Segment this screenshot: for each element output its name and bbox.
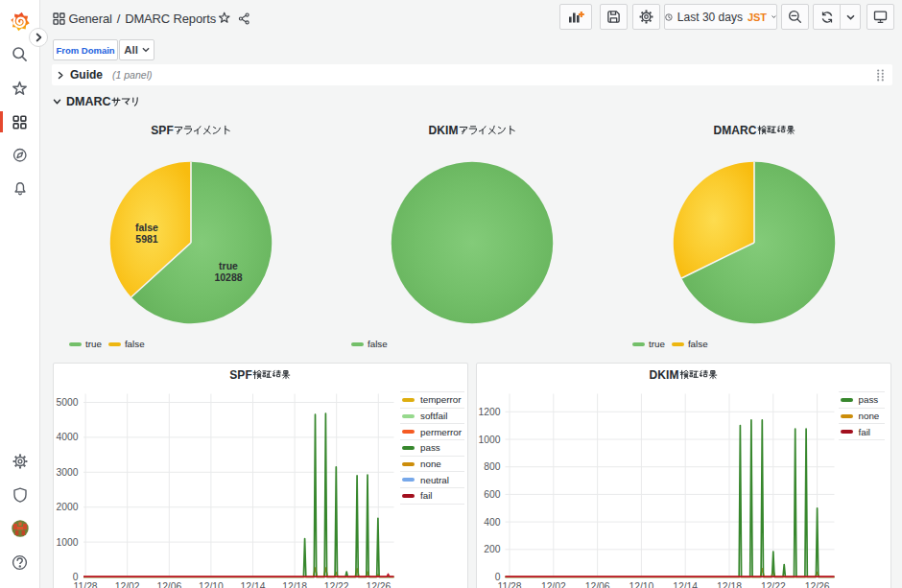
svg-text:400: 400 xyxy=(484,516,500,527)
svg-text:12/22: 12/22 xyxy=(323,580,348,588)
svg-text:12/02: 12/02 xyxy=(540,580,565,588)
svg-text:11/28: 11/28 xyxy=(73,580,97,588)
svg-text:600: 600 xyxy=(484,488,500,499)
svg-text:12/22: 12/22 xyxy=(760,580,785,588)
svg-text:3000: 3000 xyxy=(56,466,78,477)
svg-text:12/06: 12/06 xyxy=(584,580,609,588)
svg-text:1000: 1000 xyxy=(478,434,500,444)
svg-text:12/18: 12/18 xyxy=(717,580,742,588)
svg-text:2000: 2000 xyxy=(56,502,78,512)
svg-text:12/02: 12/02 xyxy=(114,580,139,588)
svg-text:800: 800 xyxy=(484,461,500,472)
svg-text:12/10: 12/10 xyxy=(629,580,653,588)
svg-text:12/06: 12/06 xyxy=(156,580,181,588)
svg-text:12/26: 12/26 xyxy=(366,580,391,588)
svg-text:12/14: 12/14 xyxy=(673,580,698,588)
svg-text:1000: 1000 xyxy=(56,536,78,547)
svg-text:12/10: 12/10 xyxy=(199,580,224,588)
svg-text:1200: 1200 xyxy=(478,406,500,416)
svg-text:5000: 5000 xyxy=(56,397,78,408)
svg-text:200: 200 xyxy=(484,544,500,554)
svg-text:12/14: 12/14 xyxy=(240,580,265,588)
svg-text:12/26: 12/26 xyxy=(804,580,829,588)
svg-text:11/28: 11/28 xyxy=(497,580,521,588)
svg-text:12/18: 12/18 xyxy=(282,580,307,588)
svg-text:4000: 4000 xyxy=(56,432,78,442)
